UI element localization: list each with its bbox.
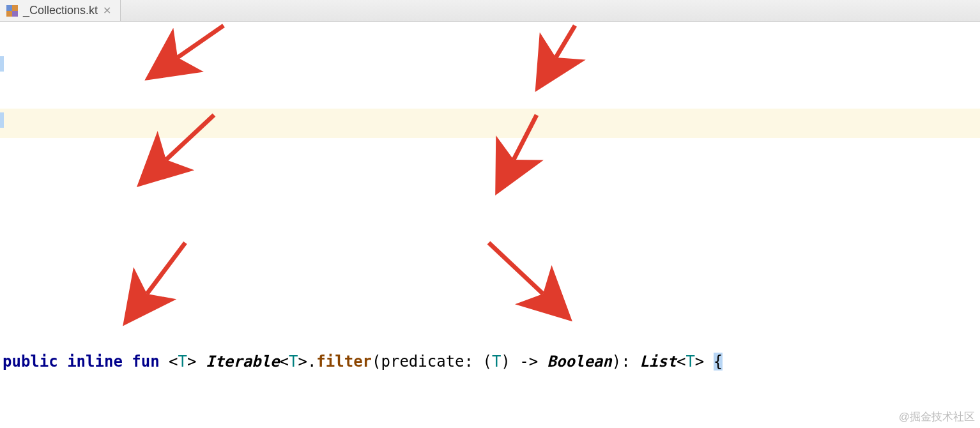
- type-list: List: [639, 353, 677, 371]
- file-tab-label: _Collections.kt: [23, 4, 98, 17]
- type-param: T: [492, 353, 501, 371]
- keyword-inline: inline: [67, 353, 123, 371]
- svg-rect-1: [12, 5, 18, 11]
- close-icon[interactable]: ✕: [103, 4, 111, 17]
- watermark: @掘金技术社区: [899, 409, 975, 424]
- kotlin-file-icon: [6, 5, 18, 17]
- svg-rect-0: [6, 5, 12, 11]
- type-param: T: [178, 353, 187, 371]
- code-line: public inline fun <T> Iterable<T>.filter…: [3, 348, 977, 376]
- type-param: T: [685, 353, 694, 371]
- gutter-mark: [0, 56, 4, 72]
- svg-rect-3: [12, 11, 18, 17]
- file-tab[interactable]: _Collections.kt ✕: [0, 0, 121, 21]
- tab-bar: _Collections.kt ✕: [0, 0, 980, 22]
- svg-rect-2: [6, 11, 12, 17]
- fn-filter: filter: [316, 353, 372, 371]
- type-iterable: Iterable: [206, 353, 280, 371]
- type-boolean: Boolean: [547, 353, 612, 371]
- type-param: T: [289, 353, 298, 371]
- keyword-public: public: [3, 353, 58, 371]
- keyword-fun: fun: [132, 353, 159, 371]
- current-line-highlight: [0, 109, 980, 138]
- param-predicate: predicate: [381, 353, 464, 371]
- gutter-mark: [0, 112, 4, 128]
- code-editor[interactable]: public inline fun <T> Iterable<T>.filter…: [0, 22, 980, 428]
